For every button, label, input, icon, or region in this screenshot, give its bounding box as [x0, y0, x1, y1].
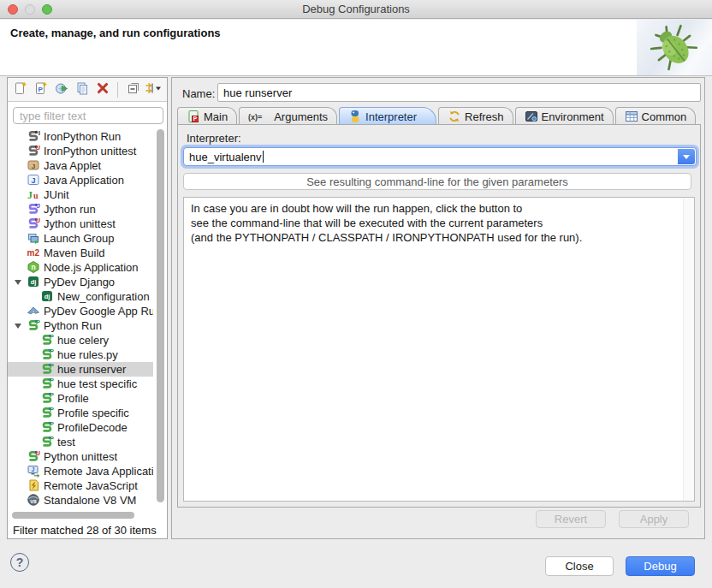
collapse-all-icon	[127, 81, 140, 98]
tree-item[interactable]: JuJUnit	[8, 187, 153, 202]
django-icon: dj	[40, 289, 54, 303]
window-title: Debug Configurations	[0, 0, 712, 18]
tree-item-label: Node.js Application	[44, 261, 139, 274]
text-cursor	[263, 151, 264, 163]
jython-run-icon: J	[27, 202, 40, 216]
gae-icon	[27, 304, 40, 318]
interpreter-combobox[interactable]: hue_virtualenv	[183, 147, 697, 166]
configurations-panel: P IIronPython RunUIronPython unittestJJa…	[7, 77, 168, 539]
tree-item-label: hue rules.py	[57, 348, 118, 361]
close-window-icon[interactable]	[8, 4, 18, 15]
page-title: Create, manage, and run configurations	[10, 27, 221, 39]
close-button[interactable]: Close	[545, 556, 614, 576]
tree-item[interactable]: Phue runserver	[8, 362, 153, 377]
tree-item[interactable]: Phue test specific	[8, 377, 153, 391]
tree-item[interactable]: Ptest	[8, 435, 153, 449]
junit-icon: Ju	[27, 187, 40, 201]
svg-text:P: P	[38, 86, 43, 93]
filter-input[interactable]	[13, 107, 163, 124]
export-configurations-button[interactable]	[54, 82, 68, 98]
tab-environment[interactable]: Environment	[515, 107, 614, 125]
tree-vertical-scrollbar[interactable]	[156, 129, 165, 509]
remote-java-icon: J	[27, 464, 40, 478]
new-prototype-button[interactable]: P	[33, 82, 48, 98]
tree-item[interactable]: PProfileDecode	[8, 420, 153, 435]
ironpython-run-icon: I	[27, 129, 40, 143]
apply-button[interactable]: Apply	[619, 510, 689, 528]
tree-item[interactable]: UPython unittest	[8, 449, 153, 464]
tree-item[interactable]: JJython run	[8, 202, 153, 217]
tree-item[interactable]: nNode.js Application	[8, 260, 153, 275]
svg-text:P: P	[193, 116, 198, 122]
info-scrollbar-track[interactable]	[683, 198, 694, 501]
tree-item[interactable]: JJava Applet	[8, 158, 153, 173]
tree-horizontal-scrollbar[interactable]	[10, 512, 150, 520]
tree-item[interactable]: PProfile	[8, 391, 153, 406]
tree-item[interactable]: UJython unittest	[8, 217, 153, 231]
filter-configurations-button[interactable]	[146, 82, 162, 98]
help-button[interactable]: ?	[10, 553, 29, 572]
tree-item[interactable]: PyDev Google App Run	[8, 304, 153, 318]
zoom-window-icon[interactable]	[42, 4, 52, 15]
tree-item[interactable]: PPython Run	[8, 318, 153, 333]
django-icon: dj	[27, 275, 40, 288]
tree-item[interactable]: PProfile specific	[8, 406, 153, 420]
name-input[interactable]	[217, 83, 701, 102]
svg-text:J: J	[27, 189, 33, 201]
tree-item[interactable]: djNew_configuration	[8, 289, 153, 304]
svg-text:J: J	[32, 466, 35, 472]
svg-text:J: J	[31, 176, 35, 185]
revert-button[interactable]: Revert	[536, 510, 606, 528]
tab-environment-icon	[525, 110, 538, 123]
tree-item-label: JUnit	[44, 188, 69, 201]
tree-item[interactable]: djPyDev Django	[8, 275, 153, 289]
java-application-icon: J	[27, 173, 40, 187]
svg-text:P: P	[50, 391, 54, 399]
python-run-icon: P	[40, 347, 54, 361]
debug-button[interactable]: Debug	[626, 556, 695, 576]
export-config-icon	[55, 81, 68, 98]
duplicate-button[interactable]	[74, 82, 89, 98]
tree-item[interactable]: IIronPython Run	[8, 129, 153, 144]
expander-triangle-icon[interactable]	[15, 324, 21, 329]
tree-item-label: Standalone V8 VM	[44, 494, 136, 507]
jython-unittest-icon: U	[27, 217, 40, 230]
python-run-icon: P	[40, 435, 54, 448]
tree-item[interactable]: JJava Application	[8, 173, 153, 187]
duplicate-icon	[75, 81, 89, 98]
tree-item-label: Python unittest	[44, 450, 117, 463]
dialog-header: Create, manage, and run configurations	[0, 20, 712, 76]
combobox-dropdown-button[interactable]	[678, 149, 695, 164]
tree-item[interactable]: Phue rules.py	[8, 347, 153, 362]
remote-js-icon	[27, 478, 40, 492]
expander-triangle-icon[interactable]	[15, 280, 21, 285]
ironpython-unittest-icon: U	[27, 144, 40, 157]
tree-item[interactable]: JRemote Java Application	[8, 464, 153, 478]
svg-text:P: P	[50, 435, 54, 442]
tree-item-label: hue test specific	[57, 377, 137, 390]
tab-label: Interpreter	[365, 110, 417, 123]
tree-item[interactable]: m2Maven Build	[8, 246, 153, 260]
interpreter-tab-panel: Interpreter: hue_virtualenv See resultin…	[177, 124, 701, 508]
new-prototype-icon: P	[34, 81, 48, 98]
tab-main-icon: P	[187, 110, 200, 123]
delete-button[interactable]	[95, 82, 110, 98]
tab-refresh[interactable]: Refresh	[438, 107, 513, 125]
tree-item[interactable]: Phue celery	[8, 333, 153, 347]
tree-item[interactable]: UIronPython unittest	[8, 144, 153, 158]
tab-interpreter[interactable]: Interpreter	[339, 107, 436, 125]
tree-item[interactable]: Remote JavaScript	[8, 478, 153, 493]
tree-item[interactable]: Launch Group	[8, 231, 153, 246]
see-command-line-button[interactable]: See resulting command-line for the given…	[183, 173, 691, 190]
new-configuration-button[interactable]	[13, 82, 27, 98]
tab-arguments[interactable]: (x)=Arguments	[239, 107, 337, 125]
tree-item[interactable]: V8Standalone V8 VM	[8, 493, 153, 508]
tree-item-label: Profile	[57, 392, 89, 405]
tab-common[interactable]: Common	[615, 107, 697, 125]
collapse-all-button[interactable]	[126, 82, 140, 98]
svg-text:U: U	[35, 449, 40, 457]
tab-interpreter-icon	[348, 110, 362, 123]
maven-icon: m2	[27, 246, 40, 259]
python-run-icon: P	[40, 377, 54, 390]
tab-main[interactable]: PMain	[177, 107, 237, 125]
